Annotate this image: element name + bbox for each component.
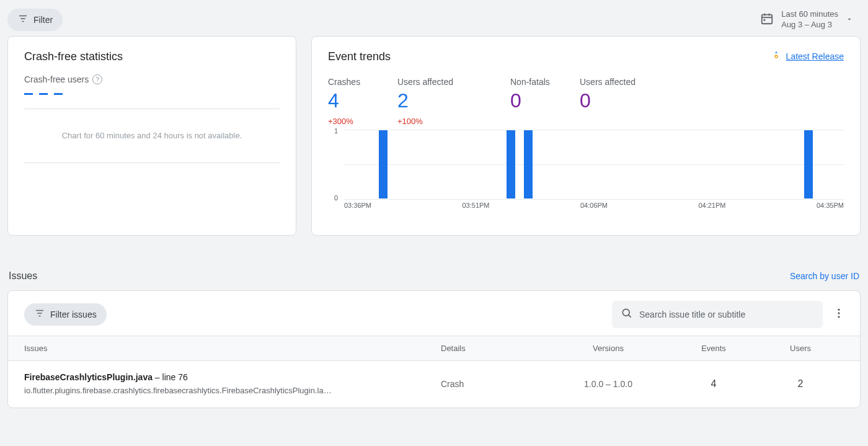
calendar-icon [760,12,774,28]
event-trends-card: Event trends Latest Release Crashes 4 +3… [311,36,861,236]
issue-row[interactable]: FirebaseCrashlyticsPlugin.java – line 76… [8,361,860,408]
svg-line-13 [629,315,631,318]
date-range-text: Last 60 minutes Aug 3 – Aug 3 [781,9,838,30]
metric-crashes: Crashes 4 +300% [328,77,378,126]
divider [24,163,280,163]
release-icon [771,50,781,62]
issue-events: 4 [670,378,757,390]
crash-free-users-label: Crash-free users ? [24,74,280,84]
svg-point-16 [838,316,839,318]
svg-rect-3 [762,15,773,24]
col-header-events: Events [670,344,757,353]
issue-versions: 1.0.0 – 1.0.0 [546,379,670,389]
col-header-issues: Issues [24,344,441,353]
issue-subtitle: io.flutter.plugins.firebase.crashlytics.… [24,386,371,395]
issues-table-header: Issues Details Versions Events Users [8,336,860,361]
chart-unavailable-text: Chart for 60 minutes and 24 hours is not… [24,112,280,160]
latest-release-link[interactable]: Latest Release [771,50,844,62]
date-range-picker[interactable]: Last 60 minutes Aug 3 – Aug 3 [760,9,861,30]
search-icon [621,307,633,322]
divider [24,109,280,109]
issues-card: Filter issues Issues Details Versions Ev… [7,290,861,408]
chart-bar [379,130,388,198]
issue-users: 2 [757,378,844,390]
chart-x-axis: 03:36PM 03:51PM 04:06PM 04:21PM 04:35PM [344,202,844,209]
filter-icon [17,13,29,27]
filter-issues-label: Filter issues [50,310,97,319]
crash-free-title: Crash-free statistics [24,50,280,63]
col-header-details: Details [441,344,546,353]
col-header-users: Users [757,344,844,353]
metric-users-affected-nonfatals: Users affected 0 [580,77,673,126]
search-issues-box[interactable] [612,301,823,328]
search-by-user-link[interactable]: Search by user ID [790,271,859,281]
search-issues-input[interactable] [639,310,814,319]
svg-point-15 [838,312,839,314]
metric-users-affected-crashes: Users affected 2 +100% [397,77,490,126]
filter-label: Filter [33,15,53,25]
svg-point-12 [622,309,629,316]
issues-heading: Issues [9,270,37,282]
svg-rect-7 [764,19,766,21]
chevron-down-icon [846,14,853,25]
event-trends-chart: 1 0 03:36PM 03:51PM 04:06PM 04:21PM 04:3… [328,130,844,214]
svg-point-8 [775,55,777,58]
chart-bar [804,130,813,198]
chart-bar [524,130,533,198]
event-trends-title: Event trends [328,50,391,63]
chart-bar [507,130,515,198]
filter-icon [34,308,45,321]
help-icon[interactable]: ? [92,74,102,84]
issue-details: Crash [441,379,546,389]
col-header-versions: Versions [546,344,670,353]
filter-chip[interactable]: Filter [7,9,63,31]
overflow-menu-button[interactable] [830,305,848,324]
metrics-row: Crashes 4 +300% Users affected 2 +100% N… [328,77,844,126]
filter-issues-chip[interactable]: Filter issues [24,303,107,326]
crash-free-value-placeholder [24,93,280,106]
issue-title: FirebaseCrashlyticsPlugin.java – line 76 [24,372,441,382]
svg-point-14 [838,309,839,311]
metric-nonfatals: Non-fatals 0 [510,77,560,126]
chart-plot-area [344,130,844,199]
crash-free-card: Crash-free statistics Crash-free users ?… [7,36,296,236]
